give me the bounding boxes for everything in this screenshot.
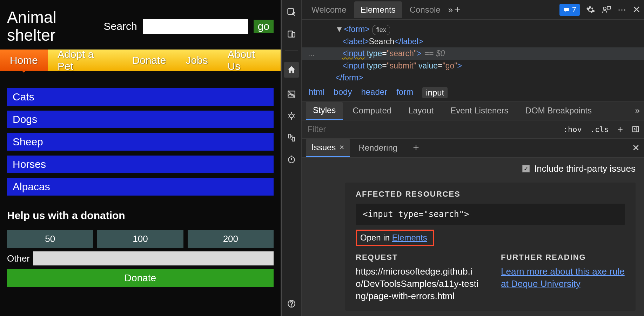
close-drawer-icon[interactable]: ✕ xyxy=(632,143,640,153)
nav-home[interactable]: Home xyxy=(0,50,48,71)
cls-toggle[interactable]: .cls xyxy=(586,125,613,134)
svg-line-9 xyxy=(288,117,289,117)
other-row: Other xyxy=(7,251,274,265)
dom-line[interactable]: </form> xyxy=(302,72,644,84)
crumb[interactable]: form xyxy=(396,87,413,98)
feedback-icon[interactable] xyxy=(602,5,611,14)
donation-title: Help us with a donation xyxy=(7,210,274,222)
more-styles-tabs-icon[interactable]: » xyxy=(635,106,640,116)
animal-list: Cats Dogs Sheep Horses Alpacas xyxy=(0,71,281,199)
help-icon[interactable] xyxy=(286,298,297,309)
svg-point-18 xyxy=(291,306,291,306)
list-item[interactable]: Horses xyxy=(7,156,274,173)
performance-icon[interactable] xyxy=(286,154,297,165)
crumb-current[interactable]: input xyxy=(422,87,448,98)
bug-icon[interactable] xyxy=(286,111,297,121)
amount-button[interactable]: 50 xyxy=(7,230,93,248)
tab-issues-label: Issues xyxy=(311,143,336,152)
dom-breadcrumb: html body header form input xyxy=(302,84,644,101)
nav-adopt[interactable]: Adopt a Pet xyxy=(48,50,122,71)
issue-columns: REQUEST https://microsoftedge.github.io/… xyxy=(356,253,625,302)
further-reading-link[interactable]: Learn more about this axe rule at Deque … xyxy=(501,265,625,290)
amount-row: 50 100 200 xyxy=(7,230,274,248)
tab-elements[interactable]: Elements xyxy=(354,1,402,18)
inspect-icon[interactable] xyxy=(286,7,297,18)
crumb[interactable]: body xyxy=(334,87,352,98)
dom-line[interactable]: <input type="submit" value="go"> xyxy=(302,60,644,72)
devtools-pane: Welcome Elements Console » + 7 ⋯ xyxy=(281,0,644,316)
tab-layout[interactable]: Layout xyxy=(401,102,441,119)
console-ref: == $0 xyxy=(424,49,445,58)
settings-icon[interactable] xyxy=(586,5,595,14)
list-item[interactable]: Cats xyxy=(7,88,274,106)
styles-filter-row: :hov .cls + xyxy=(302,120,644,139)
tab-computed[interactable]: Computed xyxy=(346,102,398,119)
network-conditions-icon[interactable] xyxy=(286,132,297,143)
search-form: Search go xyxy=(104,19,274,34)
tab-rendering[interactable]: Rendering xyxy=(353,139,403,156)
close-tab-icon[interactable]: ✕ xyxy=(339,144,344,151)
nav-jobs[interactable]: Jobs xyxy=(176,50,217,71)
styles-filter-input[interactable] xyxy=(302,124,559,134)
issues-panel: ✓ Include third-party issues AFFECTED RE… xyxy=(302,158,644,316)
request-title: REQUEST xyxy=(356,253,480,262)
tab-dom-breakpoints[interactable]: DOM Breakpoints xyxy=(518,102,599,119)
site-header: Animal shelter Search go xyxy=(0,0,281,50)
further-reading-title: FURTHER READING xyxy=(501,253,625,262)
request-url: https://microsoftedge.github.io/DevTools… xyxy=(356,265,480,302)
search-submit-button[interactable]: go xyxy=(254,20,274,33)
image-tool-icon[interactable] xyxy=(286,89,297,99)
dom-line[interactable]: ▼<form>flex xyxy=(302,23,644,35)
tab-console[interactable]: Console xyxy=(403,1,447,18)
nav-donate[interactable]: Donate xyxy=(122,50,176,71)
include-label: Include third-party issues xyxy=(534,163,636,174)
add-drawer-tab-icon[interactable]: + xyxy=(413,142,419,154)
affected-element-code: <input type="search"> xyxy=(356,204,625,225)
include-third-party-row: ✓ Include third-party issues xyxy=(310,158,636,183)
hov-toggle[interactable]: :hov xyxy=(559,125,586,134)
tab-issues[interactable]: Issues ✕ xyxy=(306,139,350,157)
nav-about[interactable]: About Us xyxy=(218,50,281,71)
list-item[interactable]: Alpacas xyxy=(7,178,274,196)
issues-badge[interactable]: 7 xyxy=(559,4,580,16)
include-checkbox[interactable]: ✓ xyxy=(522,165,530,172)
device-icon[interactable] xyxy=(286,29,297,39)
other-input[interactable] xyxy=(33,251,274,265)
toggle-computed-sidebar-icon[interactable] xyxy=(627,125,644,133)
svg-line-7 xyxy=(288,114,289,115)
new-style-rule-icon[interactable]: + xyxy=(613,124,627,135)
donate-button[interactable]: Donate xyxy=(7,269,274,287)
tab-welcome[interactable]: Welcome xyxy=(305,1,353,18)
issues-count: 7 xyxy=(572,5,576,14)
site-title: Animal shelter xyxy=(7,8,104,44)
close-devtools-icon[interactable]: ✕ xyxy=(632,4,640,15)
more-icon[interactable]: ⋯ xyxy=(618,5,626,15)
dom-tree[interactable]: ▼<form>flex <label>Search</label> <input… xyxy=(302,20,644,84)
divider xyxy=(285,51,298,51)
dom-line-selected[interactable]: <input type="search">== $0 xyxy=(302,47,644,60)
svg-rect-20 xyxy=(607,6,611,9)
devtools-main: Welcome Elements Console » + 7 ⋯ xyxy=(302,0,644,316)
issue-details-card: AFFECTED RESOURCES <input type="search">… xyxy=(345,183,636,311)
app-root: Animal shelter Search go Home Adopt a Pe… xyxy=(0,0,644,316)
list-item[interactable]: Sheep xyxy=(7,133,274,151)
more-tabs-icon[interactable]: » xyxy=(448,5,453,15)
crumb[interactable]: html xyxy=(309,87,324,98)
flex-badge[interactable]: flex xyxy=(373,25,390,35)
crumb[interactable]: header xyxy=(361,87,387,98)
amount-button[interactable]: 100 xyxy=(97,230,183,248)
top-tabs-right: 7 ⋯ ✕ xyxy=(559,4,640,16)
open-in-elements-link[interactable]: Elements xyxy=(392,233,427,242)
dom-line[interactable]: <label>Search</label> xyxy=(302,35,644,48)
search-label: Search xyxy=(104,20,137,32)
list-item[interactable]: Dogs xyxy=(7,111,274,128)
svg-point-5 xyxy=(290,114,294,118)
tab-styles[interactable]: Styles xyxy=(306,102,343,120)
search-input[interactable] xyxy=(143,19,248,34)
svg-rect-12 xyxy=(288,134,291,138)
svg-rect-21 xyxy=(633,127,639,132)
amount-button[interactable]: 200 xyxy=(188,230,274,248)
add-tab-icon[interactable]: + xyxy=(454,4,461,16)
welcome-tool-icon[interactable] xyxy=(284,62,299,78)
tab-event-listeners[interactable]: Event Listeners xyxy=(443,102,515,119)
